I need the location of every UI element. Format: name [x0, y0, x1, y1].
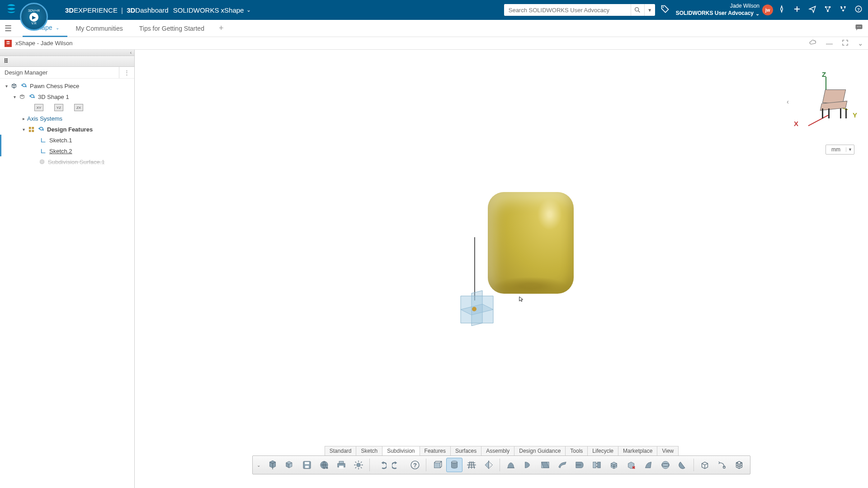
- units-dropdown[interactable]: mm ▼: [826, 145, 854, 155]
- search-input[interactable]: [504, 4, 631, 16]
- plane-zx-icon[interactable]: ZX: [74, 104, 83, 111]
- chat-icon[interactable]: [854, 23, 863, 34]
- home-icon[interactable]: [778, 5, 786, 15]
- svg-point-28: [357, 463, 360, 467]
- search-button[interactable]: [631, 4, 644, 16]
- tree-design-features[interactable]: Design Features: [0, 124, 134, 135]
- tree-icon[interactable]: [4, 57, 10, 65]
- cloud-icon[interactable]: [809, 38, 817, 48]
- tree-subdiv-surface[interactable]: Subdivision Surface.1: [0, 156, 134, 167]
- btab-subdivision[interactable]: Subdivision: [382, 446, 420, 455]
- svg-text:?: ?: [857, 6, 860, 11]
- tool-cage[interactable]: [731, 458, 747, 472]
- btab-sketch[interactable]: Sketch: [356, 446, 382, 455]
- plane-xy-icon[interactable]: XY: [34, 104, 43, 111]
- chevron-down-icon[interactable]: ⌄: [858, 39, 863, 47]
- tool-loft[interactable]: [537, 458, 553, 472]
- tool-primitive-cylinder[interactable]: [446, 458, 462, 472]
- origin-point[interactable]: [472, 307, 476, 311]
- view-cube-chair-icon[interactable]: [824, 89, 846, 117]
- svg-rect-13: [6, 60, 8, 61]
- tool-bridge[interactable]: [589, 458, 605, 472]
- tool-symmetry[interactable]: [481, 458, 497, 472]
- fullscreen-icon[interactable]: [842, 39, 849, 47]
- tool-print[interactable]: [333, 458, 349, 472]
- nav-tab-communities[interactable]: My Communities: [67, 20, 131, 37]
- tool-bend[interactable]: [571, 458, 588, 472]
- tool-open[interactable]: [282, 458, 298, 472]
- orientation-expand-icon[interactable]: ‹: [787, 98, 789, 105]
- tool-wireframe-cube[interactable]: [697, 458, 713, 472]
- orientation-widget[interactable]: ‹ Z Y X: [796, 72, 854, 131]
- btab-marketplace[interactable]: Marketplace: [618, 446, 657, 455]
- btab-surfaces[interactable]: Surfaces: [450, 446, 481, 455]
- compass-icon[interactable]: 3DV+R ▶ V.R: [20, 3, 48, 31]
- tool-delete-face[interactable]: [623, 458, 639, 472]
- tree-sketch2[interactable]: Sketch.2: [0, 145, 134, 156]
- tool-settings[interactable]: [350, 458, 367, 472]
- tool-primitive-box[interactable]: [429, 458, 445, 472]
- tool-undo[interactable]: [373, 458, 389, 472]
- panel-toolbar: [0, 56, 134, 67]
- tool-share[interactable]: [316, 458, 332, 472]
- btab-tools[interactable]: Tools: [565, 446, 588, 455]
- model-primitive[interactable]: [488, 192, 574, 294]
- bottom-tools-row: ⌄ ?: [252, 455, 750, 474]
- share-icon[interactable]: [808, 5, 816, 15]
- tool-sweep[interactable]: [554, 458, 571, 472]
- btab-features[interactable]: Features: [420, 446, 451, 455]
- tool-select-loop[interactable]: [714, 458, 730, 472]
- tool-save[interactable]: [299, 458, 315, 472]
- help-icon[interactable]: ?: [854, 5, 863, 15]
- btab-lifecycle[interactable]: Lifecycle: [587, 446, 618, 455]
- network-icon[interactable]: [824, 5, 832, 15]
- search-dropdown-caret[interactable]: ▼: [644, 4, 655, 16]
- minimize-icon[interactable]: —: [826, 39, 833, 47]
- btab-standard[interactable]: Standard: [325, 446, 357, 455]
- tree-axis-systems[interactable]: Axis Systems: [0, 113, 134, 124]
- tree-planes: XY YZ ZX: [0, 102, 134, 113]
- origin-planes[interactable]: [450, 282, 504, 337]
- panel-collapse-handle[interactable]: ‹: [0, 50, 134, 56]
- app-name-dropdown[interactable]: SOLIDWORKS xShape ⌄: [173, 6, 251, 14]
- tree-sketch1[interactable]: Sketch.1: [0, 135, 134, 145]
- svg-point-10: [859, 26, 859, 27]
- hamburger-icon[interactable]: ☰: [5, 23, 12, 33]
- tool-help[interactable]: ?: [407, 458, 423, 472]
- tag-icon[interactable]: [660, 5, 670, 16]
- btab-view[interactable]: View: [657, 446, 679, 455]
- viewport-3d[interactable]: ‹ Z Y X mm ▼ Standard Sketch Subdivi: [135, 50, 868, 488]
- tool-revolve[interactable]: [520, 458, 536, 472]
- user-org-dropdown[interactable]: SOLIDWORKS User Advocacy ⌄: [676, 10, 760, 17]
- tree-root[interactable]: Pawn Chess Piece: [0, 80, 134, 91]
- tool-subdivide-cube[interactable]: [606, 458, 622, 472]
- header-action-icons: ?: [778, 5, 863, 15]
- svg-rect-15: [28, 127, 31, 129]
- refresh-icon: [20, 82, 28, 89]
- apps-icon[interactable]: [839, 5, 847, 15]
- btab-assembly[interactable]: Assembly: [481, 446, 514, 455]
- plane-yz-icon[interactable]: YZ: [54, 104, 63, 111]
- svg-rect-17: [28, 130, 31, 132]
- nav-tab-tips[interactable]: Tips for Getting Started: [131, 20, 212, 37]
- toolbar-collapse-icon[interactable]: ⌄: [255, 463, 262, 468]
- tree-shape[interactable]: 3D Shape 1: [0, 91, 134, 102]
- chevron-down-icon: ⌄: [755, 10, 760, 17]
- tool-new[interactable]: [264, 458, 281, 472]
- tool-shell[interactable]: [675, 458, 691, 472]
- tool-extrude[interactable]: [503, 458, 519, 472]
- add-tab-icon[interactable]: +: [212, 23, 230, 33]
- tool-redo[interactable]: [390, 458, 406, 472]
- tool-grid-plane[interactable]: [463, 458, 480, 472]
- svg-rect-34: [593, 462, 596, 468]
- btab-design-guidance[interactable]: Design Guidance: [514, 446, 566, 455]
- cube-icon: [10, 82, 18, 89]
- feature-tree: Pawn Chess Piece 3D Shape 1 XY YZ ZX Axi…: [0, 79, 134, 169]
- chevron-down-icon: ▼: [846, 147, 854, 152]
- add-icon[interactable]: [793, 5, 801, 15]
- panel-menu-icon[interactable]: ⋮: [119, 67, 130, 78]
- tool-crease[interactable]: [640, 458, 656, 472]
- avatar[interactable]: jw: [762, 5, 773, 15]
- tool-sphere[interactable]: [657, 458, 674, 472]
- svg-point-0: [635, 8, 639, 11]
